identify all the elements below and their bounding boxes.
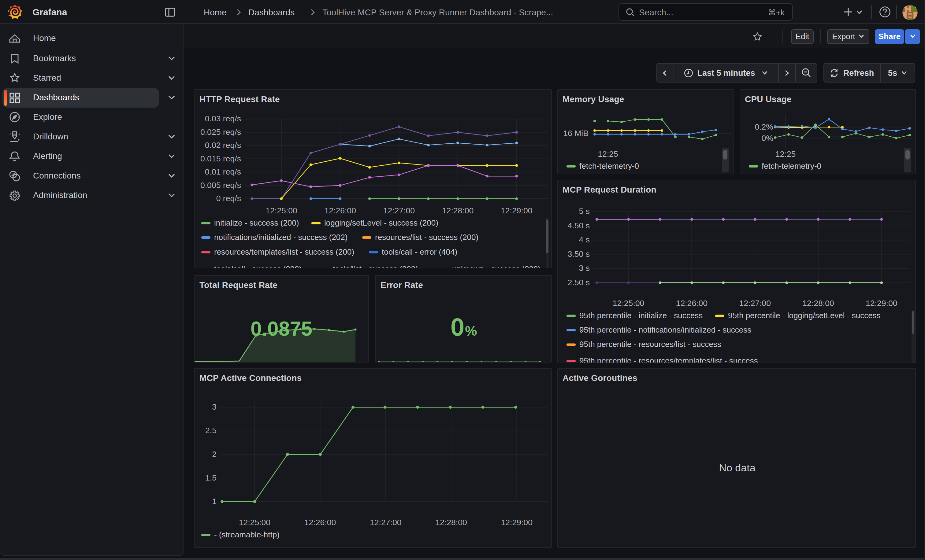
svg-text:3 s: 3 s	[579, 263, 589, 273]
svg-text:2.5: 2.5	[205, 426, 217, 435]
svg-text:12:28:00: 12:28:00	[802, 299, 834, 308]
svg-text:12:27:00: 12:27:00	[370, 518, 402, 527]
svg-text:unknown - success (200): unknown - success (200)	[452, 264, 541, 268]
svg-text:0.005 req/s: 0.005 req/s	[200, 180, 241, 189]
svg-text:12:25:00: 12:25:00	[612, 299, 644, 308]
svg-text:12:26:00: 12:26:00	[304, 518, 336, 527]
svg-text:0 req/s: 0 req/s	[216, 194, 241, 203]
svg-text:notifications/initialized - su: notifications/initialized - success (202…	[214, 232, 348, 242]
svg-text:0%: 0%	[761, 133, 773, 143]
svg-text:4.50 s: 4.50 s	[567, 221, 589, 230]
svg-text:No data: No data	[719, 462, 755, 473]
svg-text:12:27:00: 12:27:00	[383, 206, 415, 215]
svg-text:tools/list - success (200): tools/list - success (200)	[333, 264, 418, 268]
svg-text:12:25: 12:25	[597, 149, 618, 158]
svg-text:resources/templates/list - suc: resources/templates/list - success (200)	[214, 247, 354, 256]
svg-text:5 s: 5 s	[579, 207, 589, 216]
svg-text:initialize - success (200): initialize - success (200)	[214, 218, 299, 227]
svg-text:16 MiB: 16 MiB	[563, 128, 588, 138]
svg-text:0.01 req/s: 0.01 req/s	[205, 167, 241, 176]
svg-text:0.015 req/s: 0.015 req/s	[200, 154, 241, 163]
svg-text:1.5: 1.5	[205, 473, 217, 482]
svg-text:12:25:00: 12:25:00	[239, 518, 271, 527]
svg-text:2: 2	[212, 450, 217, 459]
svg-text:- (streamable-http): - (streamable-http)	[214, 530, 280, 539]
svg-text:3: 3	[212, 402, 217, 411]
svg-text:12:29:00: 12:29:00	[865, 299, 897, 308]
svg-text:resources/list - success (200): resources/list - success (200)	[375, 232, 478, 242]
svg-text:tools/call - success (200): tools/call - success (200)	[214, 264, 301, 268]
svg-text:95th percentile - notification: 95th percentile - notifications/initiali…	[579, 325, 751, 335]
svg-text:12:27:00: 12:27:00	[739, 299, 771, 308]
svg-text:95th percentile - initialize -: 95th percentile - initialize - success	[579, 311, 702, 320]
svg-text:12:25: 12:25	[775, 149, 795, 158]
svg-text:0.03 req/s: 0.03 req/s	[205, 114, 241, 123]
svg-text:0.0875: 0.0875	[250, 317, 312, 339]
svg-text:fetch-telemetry-0: fetch-telemetry-0	[579, 161, 639, 170]
svg-text:3.50 s: 3.50 s	[567, 249, 589, 258]
svg-text:0.2%: 0.2%	[754, 122, 773, 131]
svg-text:fetch-telemetry-0: fetch-telemetry-0	[761, 161, 821, 170]
svg-text:12:29:00: 12:29:00	[501, 518, 533, 527]
svg-text:12:26:00: 12:26:00	[676, 299, 708, 308]
svg-text:tools/call - error (404): tools/call - error (404)	[382, 247, 457, 256]
svg-text:95th percentile - resources/te: 95th percentile - resources/templates/li…	[579, 356, 758, 363]
svg-text:logging/setLevel - success (20: logging/setLevel - success (200)	[324, 218, 438, 227]
svg-text:1: 1	[212, 497, 217, 506]
svg-text:95th percentile - logging/setL: 95th percentile - logging/setLevel - suc…	[728, 311, 880, 320]
svg-text:4 s: 4 s	[579, 235, 589, 244]
svg-text:0%: 0%	[450, 313, 477, 341]
svg-text:95th percentile - resources/li: 95th percentile - resources/list - succe…	[579, 339, 721, 349]
svg-text:0.025 req/s: 0.025 req/s	[200, 127, 241, 136]
svg-text:0.02 req/s: 0.02 req/s	[205, 140, 241, 150]
svg-text:12:26:00: 12:26:00	[324, 206, 356, 215]
svg-text:2.50 s: 2.50 s	[567, 278, 589, 287]
svg-text:12:29:00: 12:29:00	[501, 206, 533, 215]
svg-text:12:25:00: 12:25:00	[265, 206, 297, 215]
svg-text:12:28:00: 12:28:00	[435, 518, 467, 527]
svg-text:12:28:00: 12:28:00	[442, 206, 474, 215]
